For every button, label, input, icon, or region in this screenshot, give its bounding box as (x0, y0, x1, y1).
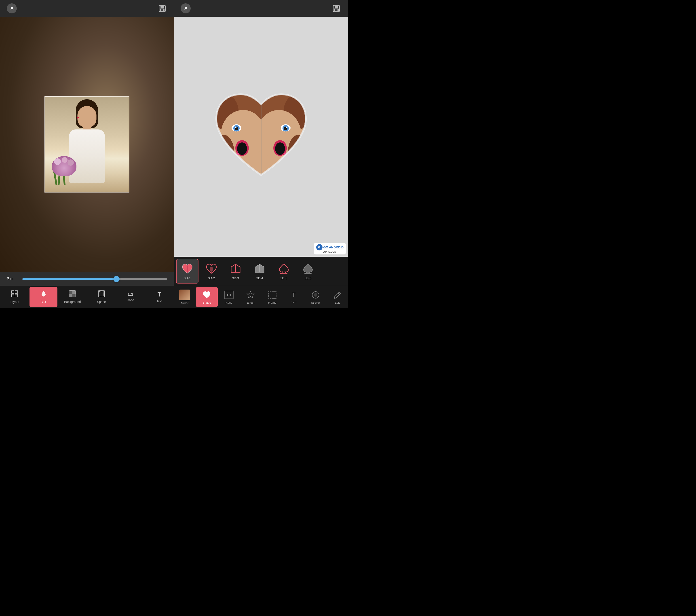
sticker-icon (311, 290, 320, 300)
shape-label-3d6: 3D-6 (305, 276, 311, 280)
shape-item-3d5[interactable]: 3D-5 (273, 259, 295, 283)
background-label: Background (64, 300, 81, 304)
center-photo (45, 96, 129, 192)
tab-text[interactable]: T Text (283, 286, 305, 308)
tab-frame[interactable]: Frame (262, 286, 283, 308)
blur-slider-area: Blur (0, 272, 174, 286)
shape-item-3d3[interactable]: 3D-3 (224, 259, 247, 283)
shape-selector: 3D-1 3D-2 3D-3 (174, 257, 348, 286)
svg-rect-11 (73, 291, 76, 294)
shape-item-3d2[interactable]: 3D-2 (200, 259, 223, 283)
toolbar-text[interactable]: T Text (145, 287, 173, 307)
svg-rect-5 (15, 291, 18, 293)
text-label: Text (156, 299, 162, 303)
svg-point-26 (235, 126, 236, 128)
tab-shape[interactable]: Shape (196, 287, 218, 307)
space-label: Space (97, 300, 106, 304)
right-panel: ✕ (174, 0, 348, 308)
blur-label-tool: Blur (41, 300, 46, 304)
photo-content (45, 97, 129, 192)
shape-label-3d3: 3D-3 (232, 276, 239, 280)
svg-rect-30 (228, 154, 231, 158)
shape-label-tab: Shape (203, 301, 211, 304)
shape-icon-3d1 (181, 262, 193, 275)
shape-icon-3d4 (253, 262, 266, 275)
right-save-icon[interactable] (331, 3, 341, 13)
svg-rect-10 (73, 294, 76, 297)
svg-point-28 (237, 142, 247, 155)
shape-item-3d1[interactable]: 3D-1 (176, 259, 199, 283)
layout-icon (11, 290, 18, 299)
tab-effect[interactable]: Effect (240, 286, 262, 308)
svg-rect-14 (99, 292, 104, 296)
svg-line-62 (338, 293, 339, 294)
mirror-thumb (179, 290, 190, 300)
svg-point-61 (314, 293, 317, 297)
shape-label-3d1: 3D-1 (184, 276, 191, 280)
go-android-badge: G GO ANDROID APPS.COM (314, 243, 346, 255)
shape-icon-3d3 (229, 262, 242, 275)
text-label-tab: Text (291, 301, 297, 304)
tab-ratio[interactable]: 1:1 Ratio (218, 286, 240, 308)
save-icon[interactable] (157, 3, 167, 13)
svg-rect-4 (11, 291, 14, 293)
svg-rect-7 (15, 294, 18, 297)
tab-edit[interactable]: Edit (326, 286, 348, 308)
mirror-label: Mirror (181, 302, 188, 305)
heart-shape-svg (207, 86, 315, 188)
frame-icon (267, 290, 277, 300)
svg-rect-18 (335, 9, 337, 11)
ratio-label-tab: Ratio (225, 301, 232, 304)
blur-slider-thumb[interactable] (113, 276, 120, 282)
shape-icon-3d5 (278, 262, 290, 275)
shape-label-3d2: 3D-2 (208, 276, 215, 280)
shape-item-3d6[interactable]: 3D-6 (297, 259, 319, 283)
go-android-text: GO ANDROID (323, 246, 344, 249)
svg-rect-9 (69, 291, 73, 294)
close-icon[interactable]: ✕ (7, 3, 17, 13)
svg-point-47 (275, 142, 285, 155)
toolbar-background[interactable]: Background (58, 287, 86, 307)
right-canvas: G GO ANDROID APPS.COM (174, 17, 348, 257)
svg-rect-33 (228, 154, 231, 155)
shape-label-3d4: 3D-4 (256, 276, 263, 280)
right-close-icon[interactable]: ✕ (180, 3, 191, 13)
svg-marker-59 (247, 291, 254, 298)
shape-icon-3d2 (205, 262, 218, 275)
toolbar-space[interactable]: Space (88, 287, 115, 307)
svg-point-37 (211, 150, 228, 177)
text-tab-icon: T (289, 290, 298, 299)
left-canvas (0, 17, 174, 272)
edit-icon (332, 290, 342, 300)
tab-sticker[interactable]: Sticker (305, 286, 326, 308)
shape-icon-3d6 (302, 262, 314, 275)
layout-label: Layout (10, 300, 19, 304)
svg-rect-52 (291, 154, 294, 155)
shape-label-3d5: 3D-5 (281, 276, 287, 280)
edit-label: Edit (335, 301, 339, 304)
ratio-icon: 1:1 (128, 292, 133, 297)
blur-slider-track[interactable] (22, 278, 167, 280)
svg-rect-6 (11, 294, 14, 297)
text-icon: T (158, 291, 161, 298)
tab-mirror[interactable]: Mirror (174, 286, 195, 308)
space-icon (98, 290, 105, 299)
left-header: ✕ (0, 0, 174, 17)
ratio-label: Ratio (127, 298, 134, 302)
toolbar-layout[interactable]: Layout (0, 287, 29, 307)
blur-slider-fill (22, 278, 116, 280)
background-icon (69, 290, 76, 299)
sticker-label: Sticker (311, 301, 320, 304)
svg-point-45 (286, 126, 287, 128)
ratio-box: 1:1 (224, 291, 234, 299)
effect-label: Effect (247, 301, 254, 304)
go-android-sub: APPS.COM (323, 250, 336, 253)
toolbar-ratio[interactable]: 1:1 Ratio (116, 287, 145, 307)
ratio-tab-icon: 1:1 (224, 290, 234, 300)
blur-label: Blur (7, 277, 18, 281)
svg-rect-16 (335, 5, 338, 7)
toolbar-blur[interactable]: Blur (30, 287, 58, 307)
effect-icon (246, 290, 255, 300)
svg-rect-12 (69, 294, 73, 297)
shape-item-3d4[interactable]: 3D-4 (249, 259, 271, 283)
